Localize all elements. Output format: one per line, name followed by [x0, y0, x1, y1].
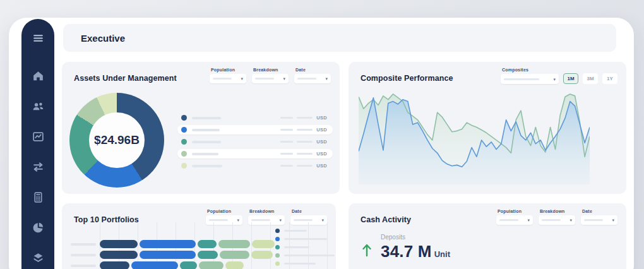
- currency-label: USD: [316, 163, 327, 169]
- arrow-up-icon: [361, 243, 373, 257]
- legend-label-placeholder: [284, 246, 309, 248]
- legend-value-placeholder: [297, 129, 313, 131]
- aum-legend-row[interactable]: USD: [177, 149, 333, 158]
- card-title: Assets Under Management: [74, 74, 177, 83]
- legend-value-placeholder: [297, 117, 313, 119]
- chevron-down-icon: ▾: [237, 218, 239, 222]
- chevron-down-icon: ▾: [241, 76, 243, 81]
- card-title: Cash Activity: [361, 215, 411, 224]
- portfolio-row: [71, 240, 277, 248]
- legend-dot: [181, 139, 187, 145]
- legend-value-placeholder: [297, 153, 313, 155]
- clients-icon[interactable]: [29, 97, 47, 115]
- bar-segment: [140, 251, 196, 259]
- bar-segment: [180, 261, 197, 269]
- chevron-down-icon: ▾: [612, 218, 614, 222]
- filter-composites: Composites ▾: [501, 68, 559, 84]
- composite-controls: Composites ▾ 1M 3M 1Y: [501, 68, 617, 84]
- legend-dot: [181, 115, 187, 121]
- row-label-placeholder: [71, 254, 96, 256]
- range-1y-button[interactable]: 1Y: [602, 73, 617, 84]
- filter-date: Date ▾: [294, 68, 331, 83]
- bar-segment: [140, 240, 196, 248]
- date-dropdown[interactable]: ▾: [294, 74, 331, 83]
- layers-icon[interactable]: [29, 249, 47, 266]
- chevron-down-icon: ▾: [569, 218, 572, 222]
- chevron-down-icon: ▾: [325, 76, 328, 81]
- legend-dot: [275, 261, 280, 266]
- legend-dot: [181, 127, 187, 133]
- aum-legend-row[interactable]: USD: [177, 137, 333, 146]
- deposits-label: Deposits: [381, 234, 450, 241]
- deposits-kpi: Deposits 34.7 M Unit: [361, 234, 450, 261]
- bar-segment: [251, 251, 273, 259]
- range-3m-button[interactable]: 3M: [583, 73, 598, 84]
- calculator-icon[interactable]: [29, 188, 47, 206]
- aum-legend-row[interactable]: USD: [177, 125, 333, 134]
- legend-label-placeholder: [192, 117, 221, 119]
- population-dropdown[interactable]: ▾: [210, 74, 246, 83]
- bar-segment: [252, 240, 275, 248]
- bar-segment: [100, 251, 138, 259]
- bar-segment: [218, 240, 250, 248]
- filter-date: Date ▾: [581, 209, 617, 225]
- legend-value-placeholder: [280, 165, 293, 167]
- home-icon[interactable]: [29, 67, 47, 85]
- legend-value-placeholder: [280, 141, 293, 143]
- filter-bar: Population ▾ Breakdown ▾ Date ▾: [496, 209, 617, 225]
- deposits-unit: Unit: [434, 249, 450, 259]
- chevron-down-icon: ▾: [321, 218, 324, 222]
- row-label-placeholder: [71, 243, 96, 246]
- menu-icon[interactable]: [29, 29, 47, 47]
- filter-breakdown: Breakdown ▾: [252, 68, 289, 83]
- filter-bar: Population ▾ Breakdown ▾ Date ▾: [210, 68, 331, 83]
- chevron-down-icon: ▾: [283, 76, 285, 81]
- date-dropdown[interactable]: ▾: [581, 215, 617, 225]
- legend-value-placeholder: [280, 129, 293, 131]
- performance-icon[interactable]: [29, 128, 47, 145]
- aum-legend-row[interactable]: USD: [177, 113, 333, 123]
- bar-segment: [198, 240, 217, 248]
- legend-label-placeholder: [284, 263, 316, 265]
- card-cash-activity: Cash Activity Population ▾ Breakdown ▾ D…: [349, 203, 626, 269]
- chevron-down-icon: ▾: [553, 77, 556, 81]
- aum-legend-row[interactable]: USD: [177, 161, 333, 170]
- aum-legend-list: USDUSDUSDUSDUSD: [177, 113, 333, 173]
- legend-label-placeholder: [284, 238, 327, 240]
- legend-value-placeholder: [280, 153, 293, 155]
- bar-segment: [198, 251, 218, 259]
- card-top-10-portfolios: Top 10 Portfolios Population ▾ Breakdown…: [62, 203, 336, 269]
- legend-value-placeholder: [297, 165, 313, 167]
- composites-dropdown[interactable]: ▾: [501, 74, 559, 84]
- card-assets-under-management: Assets Under Management Population ▾ Bre…: [62, 62, 340, 194]
- legend-value-placeholder: [297, 141, 313, 143]
- legend-label-placeholder: [192, 141, 221, 143]
- donut-center: $24.96B: [89, 112, 145, 168]
- currency-label: USD: [316, 127, 327, 133]
- range-1m-button[interactable]: 1M: [563, 73, 578, 84]
- sidebar: [21, 19, 54, 269]
- portfolio-legend-item: [275, 237, 335, 241]
- portfolio-legend-item: [275, 245, 335, 249]
- transfers-icon[interactable]: [29, 158, 47, 176]
- population-dropdown[interactable]: ▾: [496, 215, 533, 225]
- aum-total-value: $24.96B: [94, 133, 140, 147]
- portfolio-legend-item: [275, 253, 335, 258]
- currency-label: USD: [316, 115, 327, 121]
- row-label-placeholder: [71, 265, 96, 267]
- legend-dot: [181, 163, 187, 169]
- page-title: Executive: [81, 33, 125, 44]
- portfolio-legend-item: [275, 261, 335, 266]
- portfolio-row: [71, 251, 277, 259]
- legend-dot: [275, 245, 280, 249]
- allocation-icon[interactable]: [29, 218, 47, 236]
- bar-segment: [100, 261, 129, 269]
- breakdown-dropdown[interactable]: ▾: [252, 74, 289, 83]
- card-title: Composite Performance: [361, 74, 453, 83]
- bar-segment: [225, 261, 244, 269]
- legend-label-placeholder: [284, 230, 307, 232]
- portfolio-legend: [275, 229, 335, 269]
- page-header: Executive: [63, 24, 616, 52]
- legend-dot: [181, 151, 187, 157]
- breakdown-dropdown[interactable]: ▾: [539, 215, 575, 225]
